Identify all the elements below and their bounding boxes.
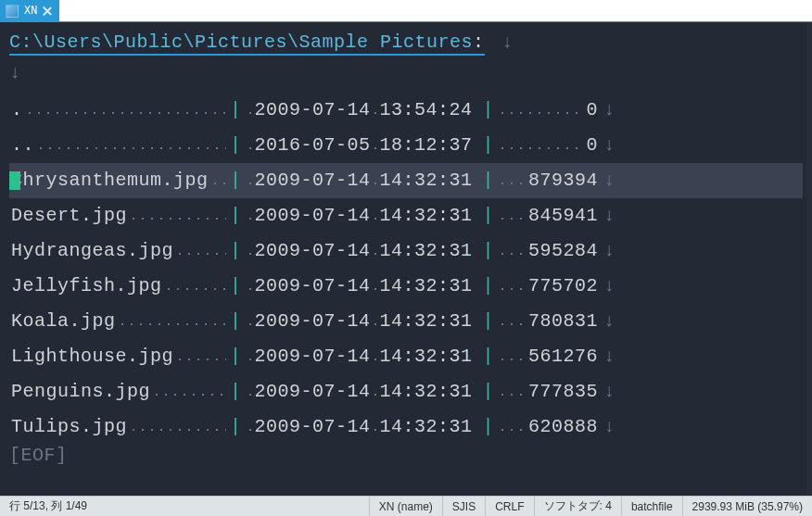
column-separator: | xyxy=(228,101,244,120)
dots-fill xyxy=(498,207,527,225)
dots-fill xyxy=(371,383,380,401)
column-separator: | xyxy=(481,242,497,260)
dots-fill xyxy=(246,383,253,401)
file-name: Tulips.jpg xyxy=(9,418,127,436)
file-size-cell: 777835 xyxy=(496,383,598,401)
file-row[interactable]: Lighthouse.jpg|2009-07-1414:32:31|561276… xyxy=(9,339,803,374)
newline-icon: ↓ xyxy=(603,136,615,155)
file-row[interactable]: Penguins.jpg|2009-07-1414:32:31|777835↓ xyxy=(9,374,803,409)
newline-icon: ↓ xyxy=(603,383,615,401)
tab-xn[interactable]: XN xyxy=(0,0,59,21)
dots-fill xyxy=(371,312,380,331)
column-separator: | xyxy=(228,171,244,190)
dots-fill xyxy=(246,242,253,260)
file-row[interactable]: Desert.jpg|2009-07-1414:32:31|845941↓ xyxy=(9,198,803,233)
dots-fill xyxy=(498,101,584,120)
file-size-cell: 595284 xyxy=(496,242,598,260)
column-separator: | xyxy=(228,136,244,155)
file-date: 2009-07-14 xyxy=(255,383,371,401)
file-date: 2009-07-14 xyxy=(255,101,371,120)
column-separator: | xyxy=(481,312,497,331)
file-name-cell: Tulips.jpg xyxy=(9,418,228,436)
file-datetime-cell: 2009-07-1414:32:31 xyxy=(244,242,481,260)
dots-fill xyxy=(25,101,226,120)
file-row[interactable]: Tulips.jpg|2009-07-1414:32:31|620888↓ xyxy=(9,409,803,445)
column-separator: | xyxy=(228,277,244,296)
file-row[interactable]: Jellyfish.jpg|2009-07-1414:32:31|775702↓ xyxy=(9,269,803,304)
dots-fill xyxy=(371,242,380,260)
file-name: Hydrangeas.jpg xyxy=(9,242,173,260)
file-row[interactable]: .|2009-07-1413:54:24|0↓ xyxy=(9,93,803,128)
file-time: 14:32:31 xyxy=(380,277,473,296)
file-name: Jellyfish.jpg xyxy=(9,277,162,296)
dots-fill xyxy=(371,418,380,436)
file-date: 2009-07-14 xyxy=(255,171,371,190)
file-name-cell: Penguins.jpg xyxy=(9,383,228,401)
file-time: 14:32:31 xyxy=(380,207,473,225)
dots-fill xyxy=(371,277,380,296)
newline-icon: ↓ xyxy=(603,101,615,120)
file-name-cell: .. xyxy=(9,136,228,155)
newline-icon: ↓ xyxy=(603,242,615,260)
status-lineend[interactable]: CRLF xyxy=(485,497,533,516)
status-memory: 2939.93 MiB (35.97%) xyxy=(682,497,812,516)
file-datetime-cell: 2009-07-1414:32:31 xyxy=(244,207,481,225)
file-date: 2016-07-05 xyxy=(255,136,371,155)
dots-fill xyxy=(498,418,527,436)
file-name: Lighthouse.jpg xyxy=(9,347,173,366)
file-size: 620888 xyxy=(528,418,598,436)
file-date: 2009-07-14 xyxy=(255,312,371,331)
dots-fill xyxy=(246,136,253,155)
dots-fill xyxy=(152,383,226,401)
newline-icon: ↓ xyxy=(603,171,615,190)
file-time: 14:32:31 xyxy=(380,347,473,366)
scrollbar[interactable] xyxy=(806,22,812,496)
file-datetime-cell: 2009-07-1414:32:31 xyxy=(244,312,481,331)
file-size: 0 xyxy=(587,101,599,120)
dots-fill xyxy=(371,136,380,155)
file-row[interactable]: ..|2016-07-0518:12:37|0↓ xyxy=(9,128,803,163)
file-time: 14:32:31 xyxy=(380,171,473,190)
file-name: Penguins.jpg xyxy=(9,383,150,401)
status-softtab[interactable]: ソフトタブ: 4 xyxy=(534,497,621,516)
file-name-cell: Hydrangeas.jpg xyxy=(9,242,228,260)
app-icon xyxy=(6,5,19,18)
eof-marker: [EOF] xyxy=(9,447,803,465)
newline-icon: ↓ xyxy=(501,31,514,53)
dots-fill xyxy=(118,312,226,331)
column-separator: | xyxy=(228,383,244,401)
column-separator: | xyxy=(481,277,497,296)
column-separator: | xyxy=(481,418,497,436)
status-filetype[interactable]: batchfile xyxy=(621,497,682,516)
editor-area[interactable]: C:\Users\Public\Pictures\Sample Pictures… xyxy=(0,22,812,496)
file-size: 879394 xyxy=(528,171,598,190)
file-size-cell: 0 xyxy=(496,101,598,120)
column-separator: | xyxy=(228,347,244,366)
status-mode[interactable]: XN (name) xyxy=(369,497,442,516)
column-separator: | xyxy=(481,101,497,120)
file-row[interactable]: Koala.jpg|2009-07-1414:32:31|780831↓ xyxy=(9,304,803,339)
newline-icon: ↓ xyxy=(9,64,21,82)
file-date: 2009-07-14 xyxy=(255,347,371,366)
dots-fill xyxy=(371,101,380,120)
file-time: 13:54:24 xyxy=(380,101,473,120)
column-separator: | xyxy=(481,383,497,401)
dots-fill xyxy=(246,312,253,331)
file-date: 2009-07-14 xyxy=(255,207,371,225)
file-name-cell: Koala.jpg xyxy=(9,312,228,331)
file-row[interactable]: Chrysanthemum.jpg|2009-07-1414:32:31|879… xyxy=(9,163,803,198)
file-size: 775702 xyxy=(528,277,598,296)
file-size-cell: 845941 xyxy=(496,207,598,225)
file-name: .. xyxy=(9,136,34,155)
dots-fill xyxy=(246,171,253,190)
file-datetime-cell: 2009-07-1414:32:31 xyxy=(244,383,481,401)
status-encoding[interactable]: SJIS xyxy=(442,497,485,516)
column-separator: | xyxy=(481,171,497,190)
dots-fill xyxy=(371,207,380,225)
close-icon[interactable] xyxy=(43,6,52,16)
file-row[interactable]: Hydrangeas.jpg|2009-07-1414:32:31|595284… xyxy=(9,233,803,269)
file-time: 18:12:37 xyxy=(380,136,473,155)
file-name: Chrysanthemum.jpg xyxy=(9,171,209,190)
dots-fill xyxy=(498,136,584,155)
dots-fill xyxy=(246,418,253,436)
